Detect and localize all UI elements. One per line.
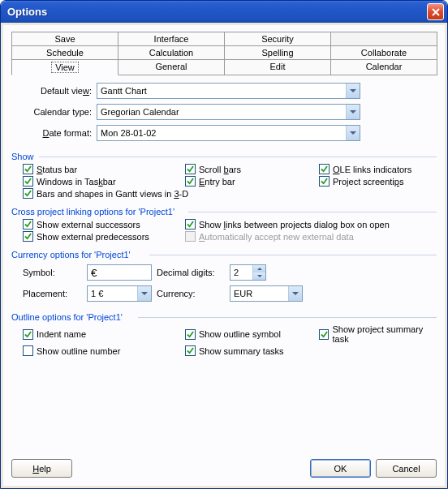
- group-currency: Currency options for 'Project1': [11, 250, 437, 260]
- tab-strip: Save Interface Security Schedule Calcula…: [11, 32, 437, 75]
- tab-interface[interactable]: Interface: [118, 32, 225, 45]
- decimal-digits-spinner[interactable]: 2: [230, 264, 266, 281]
- cancel-button[interactable]: Cancel: [376, 459, 437, 478]
- dialog-footer: Help OK Cancel: [11, 451, 437, 478]
- check-status-bar[interactable]: Status bar: [23, 164, 185, 174]
- tab-view[interactable]: View: [11, 59, 118, 75]
- tab-schedule[interactable]: Schedule: [11, 45, 118, 59]
- check-show-links-dialog[interactable]: Show links between projects dialog box o…: [185, 219, 437, 229]
- decimal-digits-value: 2: [234, 268, 239, 277]
- spinner-down-icon[interactable]: [252, 272, 265, 280]
- chevron-down-icon[interactable]: [288, 286, 302, 301]
- tab-collaborate[interactable]: Collaborate: [330, 45, 437, 59]
- checkbox-icon: [319, 176, 330, 187]
- check-bars-3d[interactable]: Bars and shapes in Gantt views in 3-D: [23, 188, 437, 199]
- group-show: Show: [11, 152, 437, 161]
- spinner-up-icon[interactable]: [252, 265, 265, 272]
- tab-calculation[interactable]: Calculation: [118, 45, 225, 59]
- check-scroll-bars[interactable]: Scroll bars: [185, 164, 319, 174]
- currency-value: EUR: [234, 289, 252, 298]
- default-view-label: Default view:: [11, 86, 97, 96]
- options-dialog: Options Save Interface Security Schedule…: [0, 0, 448, 489]
- checkbox-icon: [185, 329, 196, 340]
- default-view-combo[interactable]: Gantt Chart: [97, 83, 360, 99]
- date-format-combo[interactable]: Mon 28-01-02: [97, 125, 360, 141]
- calendar-type-label: Calendar type:: [11, 107, 97, 117]
- help-button[interactable]: Help: [11, 459, 72, 478]
- check-windows-taskbar[interactable]: Windows in Taskbar: [23, 176, 185, 187]
- tab-general[interactable]: General: [118, 59, 225, 75]
- default-view-value: Gantt Chart: [101, 86, 147, 96]
- checkbox-icon: [319, 329, 329, 340]
- tab-calendar[interactable]: Calendar: [330, 59, 437, 75]
- checkbox-icon: [23, 329, 33, 340]
- check-entry-bar[interactable]: Entry bar: [185, 176, 319, 187]
- checkbox-icon: [23, 345, 33, 356]
- tab-save[interactable]: Save: [11, 32, 118, 45]
- checkbox-icon: [23, 176, 33, 187]
- check-summary-tasks[interactable]: Show summary tasks: [185, 345, 319, 356]
- group-outline: Outline options for 'Project1': [11, 312, 437, 322]
- checkbox-icon: [23, 231, 33, 242]
- check-ext-predecessors[interactable]: Show external predecessors: [23, 231, 185, 242]
- checkbox-icon: [23, 164, 33, 174]
- tab-spelling[interactable]: Spelling: [224, 45, 331, 59]
- date-format-label: Date format:: [11, 128, 97, 138]
- calendar-type-combo[interactable]: Gregorian Calendar: [97, 104, 360, 120]
- check-auto-accept: Automatically accept new external data: [185, 231, 437, 242]
- placement-label: Placement:: [23, 289, 82, 298]
- check-screentips[interactable]: Project screentips: [319, 176, 437, 187]
- check-ext-successors[interactable]: Show external successors: [23, 219, 185, 229]
- checkbox-icon: [23, 219, 33, 229]
- check-indent-name[interactable]: Indent name: [23, 324, 185, 344]
- chevron-down-icon[interactable]: [346, 84, 360, 98]
- checkbox-icon: [185, 345, 196, 356]
- check-project-summary[interactable]: Show project summary task: [319, 324, 437, 344]
- close-icon: [432, 8, 440, 16]
- dialog-client-area: Save Interface Security Schedule Calcula…: [3, 25, 445, 486]
- checkbox-icon: [185, 219, 196, 229]
- date-format-value: Mon 28-01-02: [101, 128, 157, 138]
- placement-combo[interactable]: 1 €: [87, 285, 152, 302]
- decimal-digits-label: Decimal digits:: [157, 268, 225, 277]
- close-button[interactable]: [427, 3, 444, 20]
- checkbox-icon: [185, 164, 196, 174]
- chevron-down-icon[interactable]: [346, 126, 360, 140]
- group-cross-project: Cross project linking options for 'Proje…: [11, 207, 437, 217]
- symbol-label: Symbol:: [23, 268, 82, 277]
- placement-value: 1 €: [91, 289, 103, 298]
- chevron-down-icon[interactable]: [137, 286, 151, 301]
- title-bar[interactable]: Options: [1, 1, 447, 23]
- currency-label: Currency:: [157, 289, 225, 298]
- checkbox-icon: [185, 231, 196, 242]
- currency-combo[interactable]: EUR: [230, 285, 303, 302]
- tab-edit[interactable]: Edit: [224, 59, 331, 75]
- symbol-input[interactable]: [87, 264, 152, 281]
- dialog-title: Options: [7, 6, 427, 18]
- calendar-type-value: Gregorian Calendar: [101, 107, 179, 117]
- checkbox-icon: [319, 164, 330, 174]
- checkbox-icon: [23, 188, 33, 199]
- check-ole-links[interactable]: OLE links indicators: [319, 164, 437, 174]
- check-outline-number[interactable]: Show outline number: [23, 345, 185, 356]
- checkbox-icon: [185, 176, 196, 187]
- tab-empty: [330, 32, 437, 45]
- check-outline-symbol[interactable]: Show outline symbol: [185, 324, 319, 344]
- chevron-down-icon[interactable]: [346, 105, 360, 119]
- ok-button[interactable]: OK: [310, 459, 371, 478]
- tab-security[interactable]: Security: [224, 32, 331, 45]
